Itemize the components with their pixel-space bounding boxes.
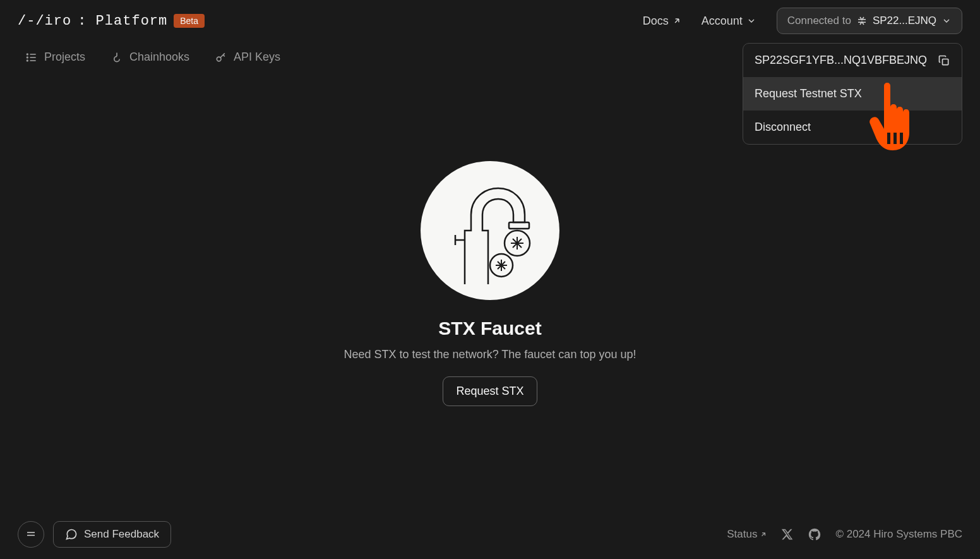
- tab-api-keys[interactable]: API Keys: [215, 51, 280, 64]
- stacks-icon: [856, 15, 868, 27]
- tab-projects-label: Projects: [44, 51, 85, 64]
- chat-icon: [65, 528, 78, 541]
- copyright-text: © 2024 Hiro Systems PBC: [835, 528, 962, 541]
- page-subtitle: Need STX to test the network? The faucet…: [344, 348, 636, 361]
- wallet-short-address: SP22...EJNQ: [873, 15, 936, 27]
- external-link-icon: [672, 16, 681, 25]
- disconnect-item[interactable]: Disconnect: [743, 111, 962, 144]
- footer-right: Status © 2024 Hiro Systems PBC: [727, 527, 962, 541]
- wallet-full-address: SP22SGF1YFB...NQ1VBFBEJNQ: [755, 54, 927, 67]
- beta-badge: Beta: [174, 14, 205, 28]
- chevron-down-icon: [941, 16, 952, 26]
- wallet-address-row: SP22SGF1YFB...NQ1VBFBEJNQ: [743, 44, 962, 77]
- send-feedback-button[interactable]: Send Feedback: [53, 521, 171, 548]
- chevron-down-icon: [746, 16, 756, 26]
- docs-link[interactable]: Docs: [643, 15, 681, 28]
- svg-point-9: [27, 60, 28, 61]
- key-icon: [215, 51, 227, 64]
- svg-rect-1: [887, 133, 890, 144]
- external-link-icon: [760, 531, 767, 538]
- wallet-connected-button[interactable]: Connected to SP22...EJNQ: [777, 8, 962, 34]
- list-icon: [25, 51, 38, 64]
- logo-text-suffix: : Platform: [78, 13, 167, 29]
- tab-api-keys-label: API Keys: [234, 51, 280, 64]
- status-label: Status: [727, 528, 757, 541]
- logo-text-prefix: /-/iro: [18, 13, 71, 29]
- svg-rect-3: [900, 133, 903, 144]
- request-testnet-item[interactable]: Request Testnet STX: [743, 77, 962, 111]
- svg-point-7: [27, 54, 28, 55]
- faucet-illustration: [421, 161, 559, 300]
- menu-lines-icon: [25, 529, 37, 540]
- menu-round-button[interactable]: [18, 521, 44, 548]
- account-menu[interactable]: Account: [702, 15, 756, 28]
- svg-rect-13: [509, 222, 529, 229]
- account-label: Account: [702, 15, 743, 28]
- svg-point-10: [217, 57, 221, 61]
- pointer-hand-icon: [869, 82, 917, 154]
- footer-left: Send Feedback: [18, 521, 171, 548]
- github-icon[interactable]: [808, 527, 822, 541]
- request-testnet-label: Request Testnet STX: [755, 87, 862, 100]
- svg-point-8: [27, 57, 28, 58]
- logo[interactable]: /-/iro : Platform Beta: [18, 13, 205, 29]
- status-link[interactable]: Status: [727, 528, 767, 541]
- request-stx-label: Request STX: [456, 385, 523, 397]
- svg-rect-2: [893, 133, 897, 144]
- page-title: STX Faucet: [438, 318, 541, 339]
- tab-chainhooks-label: Chainhooks: [129, 51, 189, 64]
- docs-label: Docs: [643, 15, 669, 28]
- disconnect-label: Disconnect: [755, 121, 811, 133]
- x-twitter-icon[interactable]: [781, 528, 794, 541]
- tab-projects[interactable]: Projects: [25, 51, 85, 64]
- request-stx-button[interactable]: Request STX: [443, 376, 537, 406]
- hook-icon: [111, 51, 123, 64]
- connected-label: Connected to: [787, 15, 851, 27]
- header: /-/iro : Platform Beta Docs Account Conn…: [0, 0, 980, 42]
- header-right: Docs Account Connected to SP22...EJNQ: [643, 8, 962, 34]
- feedback-label: Send Feedback: [84, 528, 159, 541]
- copy-icon[interactable]: [938, 54, 950, 67]
- tab-chainhooks[interactable]: Chainhooks: [111, 51, 189, 64]
- footer: Send Feedback Status © 2024 Hiro Systems…: [0, 510, 980, 559]
- wallet-dropdown: SP22SGF1YFB...NQ1VBFBEJNQ Request Testne…: [743, 43, 962, 145]
- svg-rect-0: [943, 59, 948, 64]
